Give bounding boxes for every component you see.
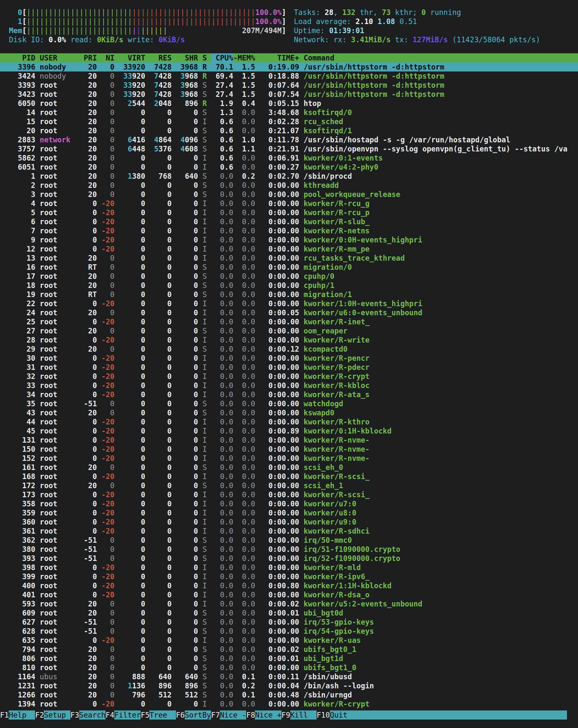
process-row[interactable]: 30root0-20000I0.00.00:00.00kworker/R-pen…	[0, 354, 578, 363]
column-header-res[interactable]: RES	[150, 53, 172, 62]
process-row[interactable]: 43root200000S0.00.00:00.00kswapd0	[0, 408, 578, 417]
process-row[interactable]: 2883network200641648644096S0.61.00:11.78…	[0, 135, 578, 144]
process-row[interactable]: 362root-510000S0.00.00:00.00irq/50-mmc0	[0, 536, 578, 545]
process-row[interactable]: 810root200000S0.00.00:00.00ubifs_bgt1_0	[0, 663, 578, 672]
process-row[interactable]: 45root0-20000I0.00.00:00.89kworker/0:1H-…	[0, 426, 578, 436]
process-row[interactable]: 359root0-20000I0.00.00:00.00kworker/u8:0	[0, 508, 578, 517]
process-row[interactable]: 6root0-20000I0.00.00:00.00kworker/R-slub…	[0, 217, 578, 226]
process-row[interactable]: 19rootRT0000S0.00.00:00.00migration/1	[0, 290, 578, 299]
column-header-ni[interactable]: NI	[101, 53, 115, 62]
process-row[interactable]: 400root0-20000I0.00.00:00.80kworker/1:1H…	[0, 581, 578, 590]
column-header-cpu[interactable]: CPU%	[211, 53, 233, 62]
process-row[interactable]: 22root0-20000I0.00.00:00.00kworker/1:0H-…	[0, 299, 578, 308]
process-row[interactable]: 28root0-20000I0.00.00:00.00kworker/R-wri…	[0, 335, 578, 344]
process-row[interactable]: 16rootRT0000S0.00.00:00.00migration/0	[0, 263, 578, 272]
fkey-f5-tree[interactable]: F5Tree	[141, 710, 176, 720]
process-row[interactable]: 398root0-20000I0.00.00:00.00kworker/R-ml…	[0, 563, 578, 572]
process-row[interactable]: 3757root200644853764608S0.61.10:21.91/us…	[0, 144, 578, 153]
process-row[interactable]: 3root200000S0.00.00:00.00pool_workqueue_…	[0, 190, 578, 199]
fkey-f10-quit[interactable]: F10Quit	[316, 710, 567, 720]
process-row[interactable]: 34root0-20000I0.00.00:00.00kworker/R-ata…	[0, 390, 578, 399]
process-row[interactable]: 6050root20025442048896R1.90.40:05.15htop	[0, 99, 578, 108]
process-row[interactable]: 1266root200796512512S0.00.10:00.48/sbin/…	[0, 690, 578, 699]
process-row[interactable]: 14root200000S1.30.03:48.68ksoftirqd/0	[0, 108, 578, 117]
process-row[interactable]: 31root0-20000I0.00.00:00.00kworker/R-pde…	[0, 363, 578, 372]
process-row[interactable]: 13root200000I0.00.00:00.00rcu_tasks_trac…	[0, 254, 578, 263]
process-row[interactable]: 27root200000S0.00.00:00.00oom_reaper	[0, 326, 578, 335]
process-row[interactable]: 15root200000I0.60.00:02.28rcu_sched	[0, 117, 578, 126]
process-row[interactable]: 627root-510000S0.00.00:00.00irq/53-gpio-…	[0, 618, 578, 627]
process-row[interactable]: 1231root2001136896896S0.00.20:00.04/bin/…	[0, 681, 578, 690]
process-row[interactable]: 173root0-20000I0.00.00:00.00kworker/R-sc…	[0, 490, 578, 499]
cell-pid: 173	[4, 490, 35, 499]
process-row[interactable]: 5root0-20000I0.00.00:00.00kworker/R-rcu_…	[0, 208, 578, 217]
fkey-f7-nice[interactable]: F7Nice -	[211, 710, 246, 720]
process-row[interactable]: 628root-510000S0.00.00:00.00irq/54-gpio-…	[0, 627, 578, 636]
fkey-f4-filter[interactable]: F4Filter	[106, 710, 141, 720]
column-header-time[interactable]: TIME+	[255, 53, 299, 62]
fkey-f1-help[interactable]: F1Help	[0, 710, 35, 720]
process-row[interactable]: 393root-510000S0.00.00:00.00irq/52-f1090…	[0, 554, 578, 563]
process-row[interactable]: 609root200000S0.00.00:00.01ubi_bgt0d	[0, 608, 578, 618]
cell-time: 0:00.00	[255, 217, 299, 226]
process-row[interactable]: 168root0-20000I0.00.00:00.00kworker/R-sc…	[0, 472, 578, 481]
process-row[interactable]: 152root0-20000I0.00.00:00.00kworker/R-nv…	[0, 454, 578, 463]
fkey-f2-setup[interactable]: F2Setup	[35, 710, 70, 720]
cell-pri: 20	[84, 408, 97, 417]
process-row[interactable]: 150root0-20000I0.00.00:00.00kworker/R-nv…	[0, 445, 578, 454]
process-row[interactable]: 6051root200000I0.60.00:00.27kworker/u4:2…	[0, 162, 578, 172]
process-row[interactable]: 1164ubus200888640640S0.00.10:00.11/sbin/…	[0, 672, 578, 681]
process-row[interactable]: 361root0-20000I0.00.00:00.00kworker/R-sd…	[0, 526, 578, 536]
fkey-f9-kill[interactable]: F9Kill	[281, 710, 316, 720]
process-row[interactable]: 360root0-20000I0.00.00:00.00kworker/u9:0	[0, 517, 578, 526]
process-row[interactable]: 4root0-20000I0.00.00:00.00kworker/R-rcu_…	[0, 199, 578, 208]
process-row[interactable]: 20root200000S0.60.00:21.07ksoftirqd/1	[0, 126, 578, 135]
process-row[interactable]: 32root0-20000I0.00.00:00.00kworker/R-cry…	[0, 372, 578, 381]
process-row[interactable]: 35root-510000S0.00.00:00.00watchdogd	[0, 399, 578, 408]
process-row[interactable]: 131root0-20000I0.00.00:00.00kworker/R-nv…	[0, 436, 578, 445]
process-row[interactable]: 399root0-20000I0.00.00:00.00kworker/R-ip…	[0, 572, 578, 581]
process-row[interactable]: 2root200000S0.00.00:00.00kthreadd	[0, 181, 578, 190]
column-header-mem[interactable]: -MEM%	[233, 53, 255, 62]
process-row[interactable]: 172root200000S0.00.00:00.00scsi_eh_1	[0, 481, 578, 490]
column-header-shr[interactable]: SHR	[176, 53, 198, 62]
process-row[interactable]: 3396nobody2003392074283968R70.11.50:19.0…	[0, 62, 578, 72]
process-row[interactable]: 29root200000S0.00.00:00.12kcompactd0	[0, 344, 578, 354]
column-header-user[interactable]: USER	[39, 53, 83, 62]
column-header-s[interactable]: S	[202, 53, 207, 62]
process-row[interactable]: 401root0-20000I0.00.00:00.00kworker/R-ds…	[0, 590, 578, 599]
process-row[interactable]: 25root0-20000I0.00.00:00.00kworker/R-ine…	[0, 317, 578, 326]
process-row[interactable]: 358root0-20000I0.00.00:00.00kworker/u7:0	[0, 499, 578, 508]
cell-cmd: ubi_bgt0d	[304, 608, 578, 618]
cell-pid: 24	[4, 308, 35, 317]
process-row[interactable]: 9root0-20000I0.00.00:00.00kworker/0:0H-e…	[0, 235, 578, 244]
process-row[interactable]: 24root200000I0.00.00:00.05kworker/u6:0-e…	[0, 308, 578, 317]
column-header-cmd[interactable]: Command	[304, 53, 578, 62]
column-header-pri[interactable]: PRI	[84, 53, 97, 62]
process-row[interactable]: 380root-510000S0.00.00:00.00irq/51-f1090…	[0, 545, 578, 554]
process-row[interactable]: 3393root2003392074283968S27.41.50:07.64/…	[0, 81, 578, 90]
process-row[interactable]: 12root0-20000I0.00.00:00.00kworker/R-mm_…	[0, 244, 578, 254]
fkey-f6-sortby[interactable]: F6SortBy	[176, 710, 211, 720]
process-row[interactable]: 1394root0-20000I0.00.00:00.00kworker/R-c…	[0, 699, 578, 708]
process-row[interactable]: 794root200000S0.00.00:00.02ubifs_bgt0_1	[0, 645, 578, 654]
process-row[interactable]: 7root0-20000I0.00.00:00.00kworker/R-netn…	[0, 226, 578, 235]
process-row[interactable]: 593root200000I0.00.00:00.02kworker/u5:2-…	[0, 599, 578, 608]
process-row[interactable]: 3423root2003392074283968S27.41.50:07.54/…	[0, 90, 578, 99]
column-header-pid[interactable]: PID	[4, 53, 35, 62]
process-row[interactable]: 5862root200000I0.60.00:06.91kworker/0:1-…	[0, 153, 578, 162]
process-row[interactable]: 18root200000S0.00.00:00.00cpuhp/1	[0, 281, 578, 290]
process-row[interactable]: 806root200000S0.00.00:00.01ubi_bgt1d	[0, 654, 578, 663]
process-row[interactable]: 1root2001380768640S0.00.20:02.70/sbin/pr…	[0, 172, 578, 181]
cell-cmd: kswapd0	[304, 408, 578, 417]
process-row[interactable]: 17root200000S0.00.00:00.00cpuhp/0	[0, 272, 578, 281]
fkey-f3-search[interactable]: F3Search	[71, 710, 106, 720]
process-row[interactable]: 635root0-20000I0.00.00:00.00kworker/R-ua…	[0, 636, 578, 645]
process-row[interactable]: 44root0-20000I0.00.00:00.00kworker/R-kth…	[0, 417, 578, 426]
process-row[interactable]: 161root200000S0.00.00:00.00scsi_eh_0	[0, 463, 578, 472]
column-header-virt[interactable]: VIRT	[119, 53, 145, 62]
process-row[interactable]: 3424nobody2003392074283968R69.41.50:18.8…	[0, 72, 578, 81]
fkey-f8-nice[interactable]: F8Nice +	[246, 710, 281, 720]
cell-ni: 0	[101, 90, 115, 99]
process-row[interactable]: 33root0-20000I0.00.00:00.00kworker/R-kbl…	[0, 381, 578, 390]
